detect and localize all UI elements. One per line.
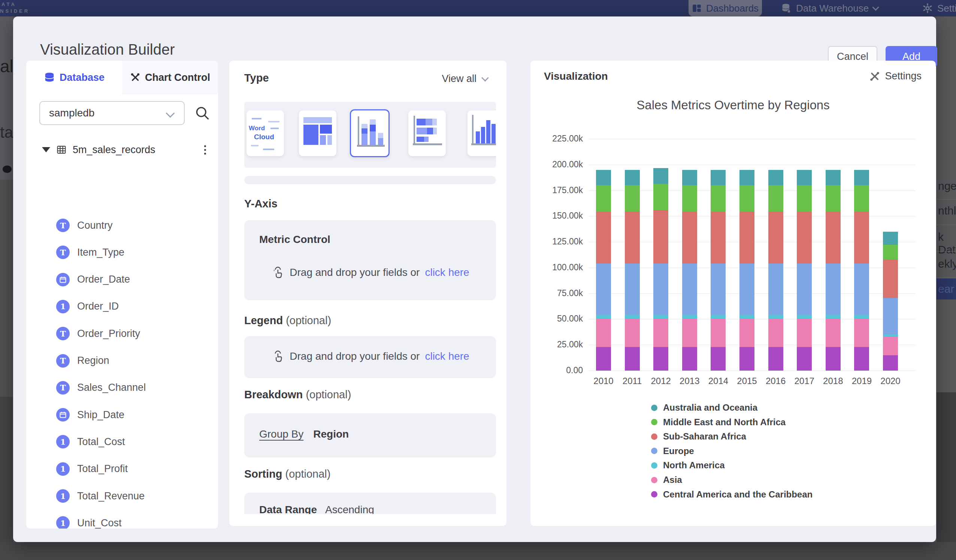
gear-icon [922, 3, 933, 14]
field-item-item_type[interactable]: TItem_Type [26, 241, 218, 264]
date-field-icon [56, 408, 70, 422]
type-section-title: Type [244, 72, 269, 84]
background-right-menu: ngenthlyk Dateeklyear [937, 16, 956, 392]
sorting-card[interactable]: Data Range Ascending [244, 493, 496, 514]
visualization-builder-modal: Visualization Builder Cancel Add Databas… [13, 16, 936, 542]
breakdown-group-card[interactable]: Group By Region [244, 413, 496, 457]
background-menu-item[interactable]: nge [938, 180, 956, 192]
legend-label: Asia [663, 475, 682, 485]
modal-title: Visualization Builder [40, 41, 175, 58]
field-item-country[interactable]: TCountry [26, 214, 218, 237]
top-navigation-bar: ATA NSIDER Dashboards Data Warehouse [0, 0, 956, 16]
click-here-link[interactable]: click here [425, 267, 469, 279]
legend-label: Middle East and North Africa [663, 417, 786, 427]
field-label: Order_Priority [77, 328, 140, 339]
date-field-icon [56, 273, 70, 286]
field-label: Unit_Cost [77, 517, 122, 529]
legend-dropzone[interactable]: Drag and drop your fields or click here [244, 336, 496, 378]
number-field-icon: 1 [56, 516, 70, 529]
legend-section-title: Legend (optional) [244, 314, 331, 327]
group-by-label[interactable]: Group By [259, 428, 303, 440]
legend-item[interactable]: Middle East and North Africa [651, 417, 786, 427]
view-all-dropdown[interactable]: View all [387, 73, 488, 85]
background-menu-item[interactable]: k Date [938, 231, 956, 256]
legend-dot [651, 477, 657, 483]
number-field-icon: 1 [56, 435, 70, 449]
click-here-link[interactable]: click here [425, 350, 469, 362]
builder-scroll-area[interactable]: Type View all Word Cloud [229, 61, 506, 514]
chart-type-strip: Word Cloud [244, 102, 496, 168]
type-scrollbar-track[interactable] [244, 176, 496, 184]
background-right-dark [937, 392, 956, 560]
legend-item[interactable]: Central America and the Caribbean [651, 489, 813, 500]
app-logo: ATA NSIDER [2, 1, 30, 15]
field-label: Region [77, 355, 109, 367]
y-axis-title: Y-Axis [244, 198, 278, 210]
chart-type-stacked-bar[interactable] [408, 110, 446, 156]
field-item-order_date[interactable]: Order_Date [26, 268, 218, 291]
legend-dot [651, 491, 657, 497]
dashboards-grid-icon [692, 3, 702, 13]
legend-label: Central America and the Caribbean [663, 489, 813, 500]
sorting-row-label: Data Range [259, 504, 317, 514]
background-menu-item[interactable]: ekly [938, 257, 956, 270]
field-item-total_revenue[interactable]: 1Total_Revenue [26, 485, 218, 507]
legend-label: North America [663, 460, 725, 471]
field-label: Item_Type [77, 247, 124, 258]
field-list: TCountryTItem_TypeOrder_Date1Order_IDTOr… [26, 61, 218, 529]
field-label: Total_Cost [77, 436, 125, 448]
legend-dot [651, 433, 657, 440]
chart-builder-panel: Type View all Word Cloud [229, 61, 506, 526]
database-icon [781, 3, 792, 14]
legend-label: Sub-Saharan Africa [663, 431, 746, 442]
sorting-row-value: Ascending [325, 504, 374, 514]
legend-item[interactable]: Europe [651, 446, 694, 456]
number-field-icon: 1 [56, 489, 70, 503]
field-item-order_priority[interactable]: TOrder_Priority [26, 322, 218, 345]
legend-item[interactable]: Asia [651, 475, 682, 485]
group-by-value[interactable]: Region [313, 428, 349, 440]
field-item-total_profit[interactable]: 1Total_Profit [26, 458, 218, 480]
legend-item[interactable]: Australia and Oceania [651, 402, 758, 413]
field-item-unit_cost[interactable]: 1Unit_Cost [26, 512, 218, 529]
background-left-strip: al ta [0, 16, 13, 560]
legend-item[interactable]: Sub-Saharan Africa [651, 431, 746, 442]
drop-hint-text: Drag and drop your fields or [289, 350, 420, 362]
database-panel: Database Chart Control sampledb [26, 61, 218, 529]
nav-settings[interactable]: Settin [922, 0, 956, 16]
field-item-ship_date[interactable]: Ship_Date [26, 403, 218, 426]
background-menu-item[interactable]: nthly [938, 204, 956, 217]
hand-click-icon [271, 266, 284, 279]
chart-legend: Australia and OceaniaMiddle East and Nor… [530, 61, 936, 526]
legend-dot [651, 405, 657, 411]
nav-dashboards[interactable]: Dashboards [689, 0, 762, 16]
legend-item[interactable]: North America [651, 460, 725, 471]
field-label: Order_Date [77, 274, 130, 285]
chart-type-stacked-column[interactable] [350, 109, 390, 157]
field-item-region[interactable]: TRegion [26, 350, 218, 372]
field-item-sales_channel[interactable]: TSales_Channel [26, 376, 218, 399]
legend-label: Australia and Oceania [663, 402, 758, 413]
chart-type-column[interactable] [467, 110, 496, 156]
metric-control-dropzone[interactable]: Metric Control Drag and drop your fields… [244, 220, 496, 300]
nav-data-warehouse[interactable]: Data Warehouse [781, 0, 878, 16]
legend-label: Europe [663, 446, 694, 456]
background-bullet-dot [3, 165, 12, 173]
field-label: Order_ID [77, 301, 119, 312]
text-field-icon: T [56, 327, 70, 340]
number-field-icon: 1 [56, 300, 70, 313]
hand-click-icon [271, 350, 284, 363]
chevron-down-icon [481, 74, 489, 82]
field-label: Total_Profit [77, 463, 128, 475]
text-field-icon: T [56, 219, 70, 232]
legend-dot [651, 462, 657, 469]
field-item-order_id[interactable]: 1Order_ID [26, 295, 218, 318]
legend-dot [651, 448, 657, 454]
field-item-total_cost[interactable]: 1Total_Cost [26, 430, 218, 453]
chart-type-word-cloud[interactable]: Word Cloud [247, 110, 284, 156]
screen: ATA NSIDER Dashboards Data Warehouse [0, 0, 956, 560]
chart-type-treemap[interactable] [299, 110, 336, 156]
background-menu-item[interactable]: ear [938, 282, 954, 295]
text-field-icon: T [56, 246, 70, 259]
background-bottom-strip [0, 542, 956, 560]
